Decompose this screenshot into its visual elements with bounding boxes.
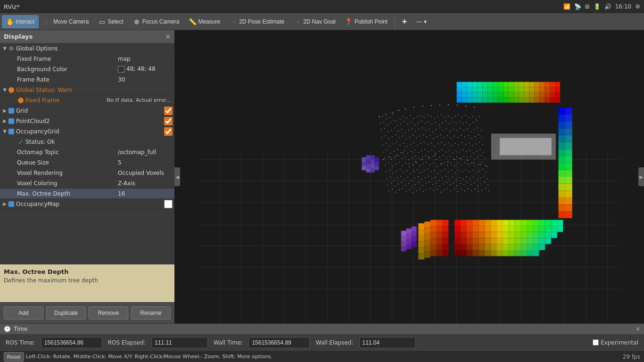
svg-rect-566: [485, 226, 491, 232]
wall-time-input[interactable]: [248, 337, 310, 348]
svg-rect-219: [425, 149, 425, 149]
collapse-right-handle[interactable]: ▶: [638, 167, 644, 186]
svg-rect-265: [481, 155, 481, 156]
svg-rect-72: [427, 115, 428, 115]
svg-rect-524: [558, 197, 565, 205]
svg-rect-284: [444, 162, 444, 163]
toolbar-minus-button[interactable]: — ▾: [412, 15, 431, 28]
expand-grid[interactable]: ▶: [2, 108, 8, 114]
svg-rect-429: [519, 82, 524, 87]
wall-elapsed-input[interactable]: [359, 337, 416, 348]
buttons-area: Add Duplicate Remove Rename: [0, 302, 174, 323]
svg-rect-280: [430, 164, 430, 165]
expand-pointcloud2[interactable]: ▶: [2, 118, 8, 124]
svg-rect-145: [478, 128, 478, 128]
voxel-rendering-value[interactable]: Occupied Voxels: [118, 170, 174, 176]
duplicate-button[interactable]: Duplicate: [46, 306, 86, 320]
tree-row-occupancy-grid[interactable]: ▼ OccupancyGrid: [0, 126, 174, 137]
svg-point-42: [396, 155, 397, 156]
remove-button[interactable]: Remove: [89, 306, 128, 320]
time-panel-close[interactable]: ✕: [636, 326, 640, 332]
svg-rect-316: [452, 170, 452, 170]
svg-rect-488: [513, 98, 519, 103]
publish-point-button[interactable]: 📍 Publish Point: [341, 15, 392, 28]
max-octree-depth-value[interactable]: 16: [118, 190, 174, 197]
expand-global-options[interactable]: ▼: [2, 46, 8, 51]
svg-rect-439: [467, 87, 472, 92]
expand-occupancy-grid[interactable]: ▼: [2, 129, 8, 134]
grid-checkbox[interactable]: [164, 107, 173, 115]
add-button[interactable]: Add: [4, 306, 43, 320]
chevron-down-icon: ▾: [424, 18, 427, 25]
svg-rect-231: [466, 151, 467, 152]
time-panel-title: 🕐 Time: [4, 326, 27, 332]
svg-rect-549: [491, 220, 497, 226]
svg-rect-105: [438, 124, 439, 125]
tree-row-octomap-topic: Octomap Topic /octomap_full: [0, 147, 174, 157]
svg-rect-68: [413, 118, 414, 119]
tree-row-global-options[interactable]: ▼ ⚙ Global Options: [0, 43, 174, 54]
svg-rect-377: [457, 185, 457, 186]
svg-rect-578: [557, 226, 563, 232]
tree-row-occupancy-map[interactable]: ▶ OccupancyMap: [0, 199, 174, 209]
fixed-frame-value[interactable]: map: [118, 56, 174, 62]
svg-rect-138: [453, 129, 454, 129]
background-color-label: Background Color: [17, 66, 118, 73]
svg-rect-416: [488, 190, 489, 191]
svg-rect-230: [462, 149, 463, 150]
svg-rect-621: [509, 244, 515, 250]
svg-rect-92: [394, 120, 394, 121]
svg-rect-285: [447, 165, 447, 165]
tree-row-pointcloud2[interactable]: ▶ PointCloud2: [0, 116, 174, 126]
svg-rect-115: [473, 123, 473, 123]
tree-row-global-status[interactable]: ▼ Global Status: Warn: [0, 85, 174, 95]
queue-size-value[interactable]: 5: [118, 159, 174, 166]
ros-elapsed-input[interactable]: [151, 337, 208, 348]
tree-row-queue-size: Queue Size 5: [0, 157, 174, 168]
experimental-toggle[interactable]: Experimental: [593, 339, 638, 346]
svg-rect-149: [388, 139, 389, 139]
move-camera-button[interactable]: 🎥 Move Camera: [40, 15, 93, 28]
measure-button[interactable]: 📏 Measure: [184, 15, 224, 28]
occupancy-map-checkbox[interactable]: [164, 200, 173, 208]
svg-rect-567: [491, 226, 497, 232]
interact-button[interactable]: ✋ Interact: [2, 15, 39, 28]
collapse-left-handle[interactable]: ◀: [174, 167, 180, 186]
ros-time-input[interactable]: [41, 337, 102, 348]
2d-nav-button[interactable]: → 2D Nav Goal: [289, 15, 340, 28]
displays-close-button[interactable]: ✕: [165, 33, 171, 41]
svg-rect-339: [428, 176, 429, 176]
background-color-value[interactable]: 48; 48; 48: [118, 66, 174, 73]
occupancy-grid-checkbox[interactable]: [164, 127, 173, 136]
voxel-coloring-value[interactable]: Z-Axis: [118, 180, 174, 187]
frame-rate-value[interactable]: 30: [118, 76, 174, 83]
displays-tree[interactable]: ▼ ⚙ Global Options Fixed Frame map Backg…: [0, 43, 174, 264]
settings-icon[interactable]: ⚙: [635, 3, 640, 10]
svg-point-47: [428, 157, 429, 158]
expand-occupancy-map[interactable]: ▶: [2, 201, 8, 207]
toolbar-plus-button[interactable]: ✚: [398, 15, 411, 28]
experimental-checkbox-input[interactable]: [593, 339, 599, 346]
octomap-topic-value[interactable]: /octomap_full: [118, 149, 174, 156]
2d-pose-button[interactable]: → 2D Pose Estimate: [225, 15, 289, 28]
svg-rect-333: [407, 177, 408, 178]
svg-rect-616: [479, 244, 485, 250]
reset-button[interactable]: Reset: [4, 352, 24, 362]
svg-rect-294: [478, 164, 479, 165]
svg-rect-673: [412, 237, 417, 242]
svg-rect-460: [472, 92, 478, 98]
3d-viewport[interactable]: ◀ ▶: [174, 30, 644, 323]
rename-button[interactable]: Rename: [131, 306, 171, 320]
svg-rect-628: [461, 250, 467, 256]
svg-rect-356: [487, 179, 487, 179]
select-button[interactable]: ▭ Select: [94, 15, 127, 28]
focus-camera-button[interactable]: ⊕ Focus Camera: [129, 15, 184, 28]
svg-rect-354: [480, 178, 480, 178]
tree-row-grid[interactable]: ▶ Grid: [0, 106, 174, 116]
expand-global-status[interactable]: ▼: [2, 87, 8, 93]
svg-rect-287: [454, 165, 454, 166]
svg-rect-453: [539, 87, 545, 92]
svg-rect-386: [487, 184, 488, 185]
svg-point-49: [441, 164, 442, 165]
pointcloud2-checkbox[interactable]: [164, 117, 173, 125]
